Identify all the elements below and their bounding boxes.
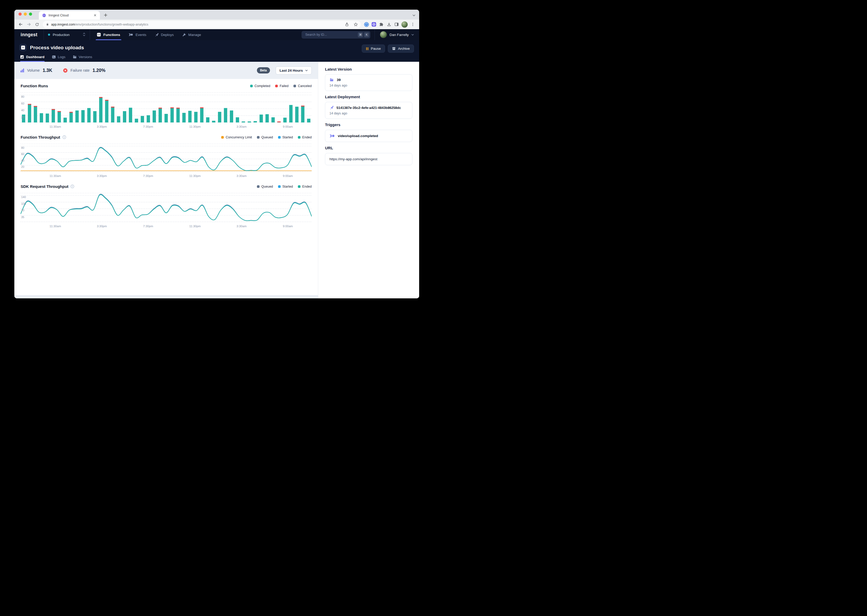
- user-menu[interactable]: Dan Farrelly: [375, 29, 419, 40]
- legend-dot: [278, 136, 281, 138]
- legend-item: Ended: [298, 135, 312, 139]
- share-icon[interactable]: [344, 21, 350, 28]
- url-card[interactable]: https://my-app.com/api/inngest: [325, 153, 412, 165]
- legend-item: Queued: [257, 185, 273, 189]
- nav-item-deploys[interactable]: Deploys: [150, 29, 178, 40]
- browser-toolbar: app.inngest.com/env/production/functions…: [14, 20, 419, 29]
- inngest-logo[interactable]: inngest: [14, 29, 44, 40]
- password-manager-extension-icon[interactable]: [363, 21, 370, 28]
- archive-icon: [392, 47, 396, 50]
- y-axis-tick: 40: [21, 109, 24, 112]
- sdk-request-throughput-chart[interactable]: 3570105140: [20, 193, 312, 222]
- x-axis-tick: 9:00am: [283, 225, 293, 228]
- function-throughput-chart[interactable]: 20406080: [20, 144, 312, 172]
- browser-window: Inngest Cloud app.inngest.com/env/produc…: [14, 9, 419, 299]
- new-tab-button[interactable]: [102, 11, 109, 19]
- x-axis-tick: 11:30pm: [189, 225, 201, 228]
- browser-menu-icon[interactable]: [409, 20, 416, 28]
- events-icon: [129, 33, 133, 36]
- tab-versions[interactable]: Versions: [73, 55, 92, 62]
- sidebar-toggle-icon[interactable]: [393, 21, 400, 28]
- y-axis-tick: 70: [21, 209, 24, 212]
- info-icon[interactable]: [62, 135, 66, 139]
- url-bar[interactable]: app.inngest.com/env/production/functions…: [43, 21, 361, 28]
- pause-button[interactable]: Pause: [362, 44, 385, 53]
- extensions-puzzle-icon[interactable]: [378, 21, 385, 28]
- chevron-updown-icon: [83, 33, 85, 37]
- url-text: app.inngest.com/env/production/functions…: [51, 23, 341, 26]
- legend-dot: [278, 185, 281, 188]
- functions-icon: [97, 33, 101, 37]
- environment-status-dot: [48, 34, 50, 36]
- y-axis-tick: 80: [21, 95, 24, 98]
- minimize-window-button[interactable]: [24, 13, 27, 16]
- environment-switcher[interactable]: Production: [44, 29, 90, 40]
- trigger-card[interactable]: video/upload.completed: [325, 130, 412, 142]
- function-runs-chart[interactable]: 20406080: [20, 92, 312, 123]
- bookmark-star-icon[interactable]: [352, 21, 359, 28]
- failure-value: 1.20%: [93, 68, 106, 73]
- maximize-window-button[interactable]: [29, 13, 32, 16]
- legend-label: Canceled: [298, 84, 312, 88]
- latest-version-card[interactable]: 39 14 days ago: [325, 74, 412, 91]
- tab-title: Inngest Cloud: [49, 14, 90, 17]
- nav-item-label: Functions: [103, 33, 120, 37]
- versions-folder-icon: [73, 55, 77, 59]
- legend-label: Started: [282, 135, 293, 139]
- nav-item-functions[interactable]: Functions: [93, 29, 125, 40]
- details-sidebar: Latest Version 39 14 days ago Latest Dep…: [318, 62, 419, 299]
- x-axis-labels: 11:30am3:30pm7:30pm11:30pm3:30am9:00am: [20, 124, 312, 130]
- x-axis-tick: 9:00am: [283, 174, 293, 178]
- url-host: app.inngest.com: [51, 23, 75, 26]
- tab-label: Dashboard: [26, 55, 44, 59]
- legend-item: Started: [278, 185, 293, 189]
- info-icon[interactable]: [71, 184, 74, 189]
- legend-label: Queued: [261, 185, 273, 189]
- chart-title: SDK Request Throughput: [20, 184, 68, 189]
- close-window-button[interactable]: [19, 13, 22, 16]
- window-controls: [17, 9, 35, 20]
- archive-button[interactable]: Archive: [388, 44, 414, 53]
- x-axis-tick: 11:30am: [50, 225, 61, 228]
- x-axis-tick: 11:30am: [50, 174, 61, 178]
- search-box[interactable]: ⌘ K: [301, 31, 370, 39]
- reload-icon[interactable]: [33, 20, 41, 28]
- x-axis-tick: 3:30pm: [97, 125, 107, 128]
- nav-item-label: Events: [136, 33, 146, 37]
- tab-close-icon[interactable]: [93, 13, 97, 17]
- chevron-down-icon: [305, 69, 308, 71]
- legend-dot: [257, 185, 260, 188]
- volume-bars-icon: [20, 69, 24, 72]
- nav-item-manage[interactable]: Manage: [178, 29, 205, 40]
- failure-x-icon: [63, 68, 68, 73]
- time-range-select[interactable]: Last 24 Hours: [276, 66, 312, 74]
- event-trigger-icon: [329, 134, 335, 138]
- browser-tab[interactable]: Inngest Cloud: [39, 11, 100, 20]
- legend-dot: [257, 136, 260, 138]
- nav-item-events[interactable]: Events: [125, 29, 150, 40]
- next-section-strip: [14, 295, 318, 299]
- downloads-icon[interactable]: [386, 21, 393, 28]
- pause-label: Pause: [371, 47, 381, 50]
- forward-icon[interactable]: [25, 20, 33, 28]
- search-input[interactable]: [305, 33, 356, 37]
- latest-version-time: 14 days ago: [329, 84, 408, 87]
- page-title: Process video uploads: [30, 45, 84, 50]
- x-axis-labels: 11:30am3:30pm7:30pm11:30pm3:30am9:00am: [20, 223, 312, 230]
- legend-item: Queued: [257, 135, 273, 139]
- tab-search-chevron-icon[interactable]: [412, 13, 416, 17]
- latest-deployment-card[interactable]: 5141387e-35c2-4efe-a421-4843b86258dc 14 …: [325, 102, 412, 119]
- legend-item: Canceled: [293, 84, 312, 88]
- volume-stat: Volume 1.3K: [20, 68, 52, 73]
- x-axis-tick: 7:30pm: [143, 125, 153, 128]
- legend-item: Concurrency Limit: [221, 135, 252, 139]
- tab-dashboard[interactable]: Dashboard: [20, 55, 44, 62]
- y-axis-tick: 35: [21, 215, 24, 218]
- browser-tab-strip: Inngest Cloud: [14, 9, 419, 20]
- legend-item: Completed: [250, 84, 270, 88]
- back-icon[interactable]: [17, 20, 25, 28]
- browser-profile-avatar[interactable]: [401, 21, 408, 28]
- legend-item: Started: [278, 135, 293, 139]
- purple-extension-icon[interactable]: [370, 21, 377, 28]
- tab-logs[interactable]: Logs: [52, 55, 65, 62]
